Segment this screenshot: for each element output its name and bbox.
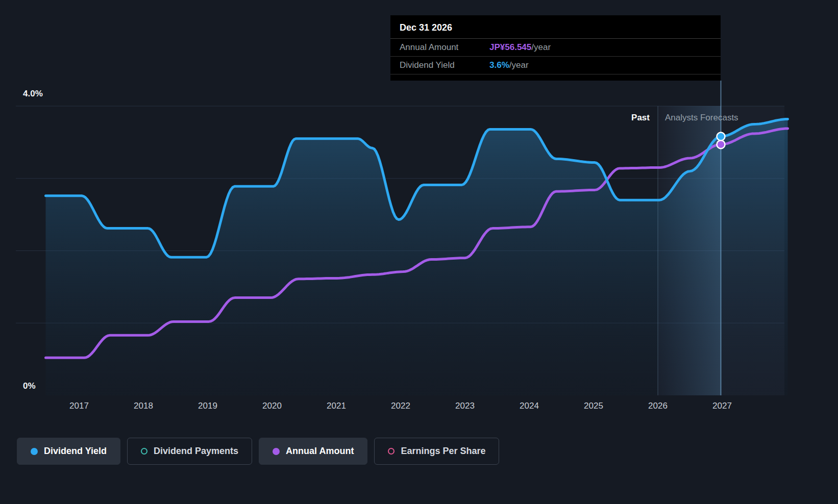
tooltip-value: JP¥56.545 [489,42,531,52]
x-axis-tick: 2024 [520,401,539,411]
annual-amount-dot-icon [273,448,280,455]
dividend-chart-page: 4.0% 0% 20172018201920202021202220232024… [0,0,838,504]
y-axis-top-label: 4.0% [23,89,43,99]
x-axis-tick: 2018 [134,401,153,411]
earnings-per-share-circle-icon [388,448,395,455]
x-axis-tick: 2017 [69,401,89,411]
tooltip-value-group: JP¥56.545/year [489,42,551,53]
legend-label: Dividend Yield [44,446,107,457]
dividend-payments-circle-icon [141,448,147,455]
legend-label: Dividend Payments [154,446,238,457]
analysts-forecasts-label: Analysts Forecasts [665,113,738,123]
x-axis-tick: 2021 [327,401,346,411]
dividend-yield-dot-icon [31,448,38,455]
chart-tooltip: Dec 31 2026 Annual Amount JP¥56.545/year… [390,15,721,81]
x-axis-tick: 2026 [648,401,668,411]
legend-annual-amount-button[interactable]: Annual Amount [259,438,367,465]
tooltip-value-group: 3.6%/year [489,60,529,70]
legend-dividend-payments-button[interactable]: Dividend Payments [127,438,252,465]
x-axis-tick: 2025 [584,401,603,411]
chart-legend: Dividend Yield Dividend Payments Annual … [17,438,499,465]
legend-dividend-yield-button[interactable]: Dividend Yield [17,438,120,465]
x-axis-tick: 2019 [198,401,217,411]
forecast-glow [658,106,721,395]
x-axis-tick: 2020 [262,401,282,411]
x-axis-tick: 2023 [455,401,475,411]
tooltip-label: Annual Amount [400,42,489,53]
tooltip-value: 3.6% [489,60,509,70]
y-axis-bottom-label: 0% [23,381,36,391]
legend-label: Earnings Per Share [401,446,485,457]
tooltip-date: Dec 31 2026 [390,15,721,39]
x-axis-tick: 2022 [391,401,410,411]
past-label: Past [587,113,650,123]
tooltip-row-annual-amount: Annual Amount JP¥56.545/year [390,39,721,57]
tooltip-label: Dividend Yield [400,60,489,70]
legend-earnings-per-share-button[interactable]: Earnings Per Share [374,438,499,465]
legend-label: Annual Amount [286,446,354,457]
tooltip-unit: /year [531,42,551,52]
x-axis-tick: 2027 [712,401,732,411]
hover-marker [717,140,725,148]
tooltip-row-dividend-yield: Dividend Yield 3.6%/year [390,57,721,74]
tooltip-unit: /year [509,60,529,70]
x-axis: 2017201820192020202120222023202420252026… [0,401,838,416]
hover-marker [717,133,725,141]
